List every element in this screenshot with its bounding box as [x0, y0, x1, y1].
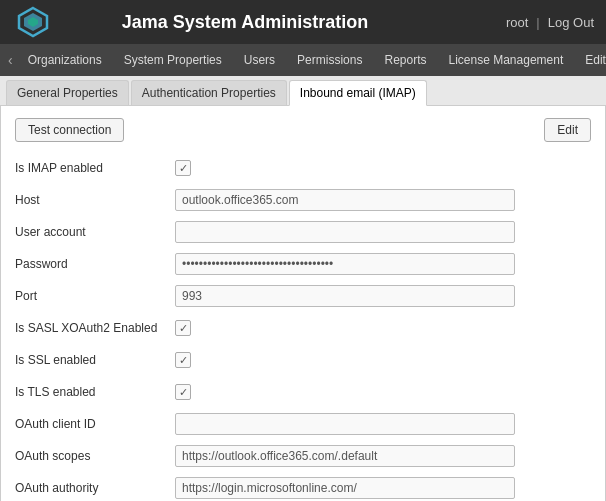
- label-oauth-authority: OAuth authority: [15, 481, 175, 495]
- checkbox-ssl[interactable]: [175, 352, 191, 368]
- edit-button[interactable]: Edit: [544, 118, 591, 142]
- label-oauth-client-id: OAuth client ID: [15, 417, 175, 431]
- label-user-account: User account: [15, 225, 175, 239]
- nav-item-reports[interactable]: Reports: [373, 46, 437, 74]
- test-connection-button[interactable]: Test connection: [15, 118, 124, 142]
- nav-left-arrow[interactable]: ‹: [4, 52, 17, 68]
- label-ssl: Is SSL enabled: [15, 353, 175, 367]
- value-host: [175, 189, 591, 211]
- row-oauth-authority: OAuth authority: [15, 476, 591, 500]
- main-content: Test connection Edit Is IMAP enabled Hos…: [0, 106, 606, 501]
- tab-auth[interactable]: Authentication Properties: [131, 80, 287, 105]
- nav-item-permissions[interactable]: Permissions: [286, 46, 373, 74]
- value-oauth-authority: [175, 477, 591, 499]
- nav-item-license[interactable]: License Management: [438, 46, 575, 74]
- checkbox-imap-enabled[interactable]: [175, 160, 191, 176]
- value-oauth-scopes: [175, 445, 591, 467]
- logout-link[interactable]: Log Out: [548, 15, 594, 30]
- toolbar: Test connection Edit: [15, 118, 591, 142]
- value-port: [175, 285, 591, 307]
- row-port: Port: [15, 284, 591, 308]
- nav-item-organizations[interactable]: Organizations: [17, 46, 113, 74]
- checkbox-sasl[interactable]: [175, 320, 191, 336]
- row-password: Password: [15, 252, 591, 276]
- input-oauth-scopes[interactable]: [175, 445, 515, 467]
- row-imap-enabled: Is IMAP enabled: [15, 156, 591, 180]
- row-ssl: Is SSL enabled: [15, 348, 591, 372]
- header: Jama System Administration root | Log Ou…: [0, 0, 606, 44]
- input-oauth-authority[interactable]: [175, 477, 515, 499]
- input-oauth-client-id[interactable]: [175, 413, 515, 435]
- row-tls: Is TLS enabled: [15, 380, 591, 404]
- checkbox-tls[interactable]: [175, 384, 191, 400]
- row-oauth-client-id: OAuth client ID: [15, 412, 591, 436]
- value-imap-enabled: [175, 160, 591, 177]
- nav-item-system-properties[interactable]: System Properties: [113, 46, 233, 74]
- value-ssl: [175, 352, 591, 369]
- value-oauth-client-id: [175, 413, 591, 435]
- input-password[interactable]: [175, 253, 515, 275]
- value-tls: [175, 384, 591, 401]
- tab-general[interactable]: General Properties: [6, 80, 129, 105]
- value-sasl: [175, 320, 591, 337]
- row-host: Host: [15, 188, 591, 212]
- input-host[interactable]: [175, 189, 515, 211]
- header-links: root | Log Out: [506, 15, 594, 30]
- row-user-account: User account: [15, 220, 591, 244]
- row-sasl: Is SASL XOAuth2 Enabled: [15, 316, 591, 340]
- label-password: Password: [15, 257, 175, 271]
- nav-item-users[interactable]: Users: [233, 46, 286, 74]
- value-password: [175, 253, 591, 275]
- tab-inbound-email[interactable]: Inbound email (IMAP): [289, 80, 427, 106]
- label-imap-enabled: Is IMAP enabled: [15, 161, 175, 175]
- label-tls: Is TLS enabled: [15, 385, 175, 399]
- label-oauth-scopes: OAuth scopes: [15, 449, 175, 463]
- nav-bar: ‹ Organizations System Properties Users …: [0, 44, 606, 76]
- input-user-account[interactable]: [175, 221, 515, 243]
- label-host: Host: [15, 193, 175, 207]
- label-sasl: Is SASL XOAuth2 Enabled: [15, 321, 175, 335]
- app-title: Jama System Administration: [64, 12, 426, 33]
- logo: [12, 1, 54, 43]
- row-oauth-scopes: OAuth scopes: [15, 444, 591, 468]
- label-port: Port: [15, 289, 175, 303]
- input-port[interactable]: [175, 285, 515, 307]
- separator: |: [536, 15, 539, 30]
- user-link[interactable]: root: [506, 15, 528, 30]
- sub-tabs: General Properties Authentication Proper…: [0, 76, 606, 106]
- value-user-account: [175, 221, 591, 243]
- nav-item-editor[interactable]: Editor ↑: [574, 46, 606, 74]
